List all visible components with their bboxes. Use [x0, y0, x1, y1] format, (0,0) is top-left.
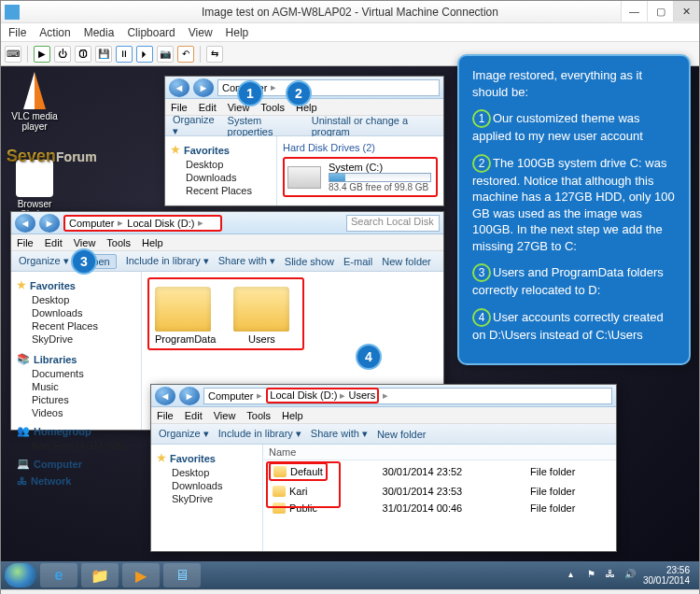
menu-tools[interactable]: Tools — [246, 410, 271, 421]
search-input[interactable]: Search Local Disk — [346, 215, 440, 232]
fav-skydrive[interactable]: SkyDrive — [157, 492, 257, 505]
menu-view[interactable]: View — [214, 410, 236, 421]
revert-icon[interactable]: ↶ — [177, 46, 194, 63]
crumb-computer[interactable]: Computer — [69, 218, 114, 229]
turnoff-icon[interactable]: ⏻ — [54, 46, 71, 63]
start-icon[interactable]: ▶ — [34, 46, 50, 63]
computer-header[interactable]: Computer — [34, 459, 82, 470]
minimize-button[interactable]: — — [621, 1, 647, 21]
cmd-organize[interactable]: Organize — [173, 114, 218, 137]
table-row[interactable]: Kari 30/01/2014 23:53 File folder — [263, 483, 616, 500]
taskbar-vm[interactable]: 🖥 — [163, 563, 201, 587]
menu-help[interactable]: Help — [142, 237, 163, 248]
cmd-email[interactable]: E-mail — [343, 256, 372, 267]
menu-file[interactable]: File — [17, 237, 34, 248]
cmd-organize[interactable]: Organize — [159, 428, 209, 440]
explorer-users[interactable]: ◄ ► Computer▸ Local Disk (D:) ▸ Users▸ F… — [150, 384, 617, 552]
fav-desktop[interactable]: Desktop — [171, 158, 271, 171]
checkpoint-icon[interactable]: 📷 — [157, 46, 174, 63]
cmd-include[interactable]: Include in library — [126, 255, 209, 267]
start-button[interactable] — [5, 563, 36, 587]
lib-music[interactable]: Music — [17, 380, 135, 393]
crumb-d[interactable]: Local Disk (D:) — [270, 389, 337, 401]
lib-documents[interactable]: Documents — [17, 367, 135, 380]
back-button[interactable]: ◄ — [169, 78, 189, 97]
cmd-sysprop[interactable]: System properties — [228, 115, 302, 137]
lib-videos[interactable]: Videos — [17, 406, 135, 419]
vm-menu-action[interactable]: Action — [39, 26, 70, 39]
taskbar-ie[interactable]: e — [40, 563, 77, 587]
forward-button[interactable]: ► — [193, 78, 214, 97]
fav-skydrive[interactable]: SkyDrive — [17, 332, 135, 346]
table-row[interactable]: Default 30/01/2014 23:52 File folder — [263, 460, 616, 484]
homegroup-user[interactable]: Kari Finn (AGM-W8L — [17, 439, 135, 452]
taskbar-wmp[interactable]: ▶ — [122, 563, 160, 587]
table-row[interactable]: Public 31/01/2014 00:46 File folder — [263, 500, 616, 516]
cmd-share[interactable]: Share with — [218, 255, 275, 267]
cmd-slideshow[interactable]: Slide show — [285, 256, 334, 267]
fav-downloads[interactable]: Downloads — [17, 306, 135, 319]
folder-programdata[interactable]: ProgramData — [155, 287, 216, 345]
cmd-include[interactable]: Include in library — [218, 428, 301, 440]
menu-file[interactable]: File — [157, 410, 174, 421]
menu-help[interactable]: Help — [282, 410, 303, 421]
crumb-users[interactable]: Users — [349, 389, 376, 401]
menu-edit[interactable]: Edit — [45, 237, 63, 248]
fav-recent[interactable]: Recent Places — [171, 184, 271, 197]
tray-chevron-icon[interactable]: ▴ — [568, 569, 581, 582]
fav-downloads[interactable]: Downloads — [171, 171, 271, 184]
share-icon[interactable]: ⇆ — [206, 46, 223, 63]
favorites-header[interactable]: Favorites — [30, 280, 76, 291]
breadcrumb[interactable]: Computer▸ Local Disk (D:) ▸ Users▸ — [203, 388, 612, 404]
breadcrumb[interactable]: Computer▸ Local Disk (D:)▸ — [63, 215, 222, 232]
favorites-header[interactable]: Favorites — [170, 453, 216, 464]
cmd-organize[interactable]: Organize — [19, 255, 69, 267]
drive-c[interactable]: System (C:) 83.4 GB free of 99.8 GB — [287, 162, 433, 192]
cmd-uninstall[interactable]: Uninstall or change a program — [312, 115, 436, 137]
menu-view[interactable]: View — [74, 237, 96, 248]
menu-tools[interactable]: Tools — [260, 102, 285, 113]
vm-menu-view[interactable]: View — [189, 26, 213, 39]
network-tray-icon[interactable]: 🖧 — [606, 569, 619, 582]
pause-icon[interactable]: ⏸ — [116, 46, 133, 63]
vlc-shortcut[interactable]: VLC media player — [7, 72, 63, 132]
vm-menu-file[interactable]: File — [8, 26, 26, 39]
cmd-share[interactable]: Share with — [311, 428, 368, 440]
clock-date[interactable]: 30/01/2014 — [643, 575, 690, 586]
fav-desktop[interactable]: Desktop — [17, 293, 135, 306]
favorites-header[interactable]: Favorites — [184, 145, 230, 156]
reset-icon[interactable]: ⏵ — [136, 46, 153, 63]
forward-button[interactable]: ► — [179, 387, 200, 405]
col-name[interactable]: Name — [263, 445, 377, 460]
save-icon[interactable]: 💾 — [95, 46, 112, 63]
vm-menu-media[interactable]: Media — [84, 26, 115, 39]
fav-downloads[interactable]: Downloads — [157, 479, 257, 492]
ctrl-alt-del-icon[interactable]: ⌨ — [5, 46, 21, 63]
shutdown-icon[interactable]: ⏼ — [75, 46, 91, 63]
cmd-newfolder[interactable]: New folder — [377, 429, 427, 440]
crumb-computer[interactable]: Computer — [208, 390, 253, 402]
fav-desktop[interactable]: Desktop — [157, 466, 257, 479]
menu-file[interactable]: File — [171, 102, 188, 113]
volume-icon[interactable]: 🔊 — [624, 569, 637, 582]
menu-edit[interactable]: Edit — [185, 410, 203, 421]
vm-menu-clipboard[interactable]: Clipboard — [127, 26, 175, 39]
folder-users[interactable]: Users — [233, 287, 289, 345]
cmd-newfolder[interactable]: New folder — [382, 256, 431, 267]
taskbar-explorer[interactable]: 📁 — [81, 563, 119, 587]
menu-tools[interactable]: Tools — [106, 237, 131, 248]
close-button[interactable]: ✕ — [673, 1, 699, 21]
crumb-d[interactable]: Local Disk (D:) — [127, 218, 194, 229]
back-button[interactable]: ◄ — [15, 214, 35, 233]
network-header[interactable]: Network — [31, 475, 71, 487]
clock-time[interactable]: 23:56 — [643, 565, 690, 575]
vm-menu-help[interactable]: Help — [226, 26, 249, 39]
forward-button[interactable]: ► — [39, 214, 60, 233]
homegroup-header[interactable]: Homegroup — [34, 426, 91, 437]
maximize-button[interactable]: ▢ — [647, 1, 673, 21]
lib-pictures[interactable]: Pictures — [17, 393, 135, 406]
back-button[interactable]: ◄ — [155, 387, 175, 405]
libraries-header[interactable]: Libraries — [34, 354, 77, 365]
flag-icon[interactable]: ⚑ — [587, 569, 600, 582]
fav-recent[interactable]: Recent Places — [17, 319, 135, 332]
